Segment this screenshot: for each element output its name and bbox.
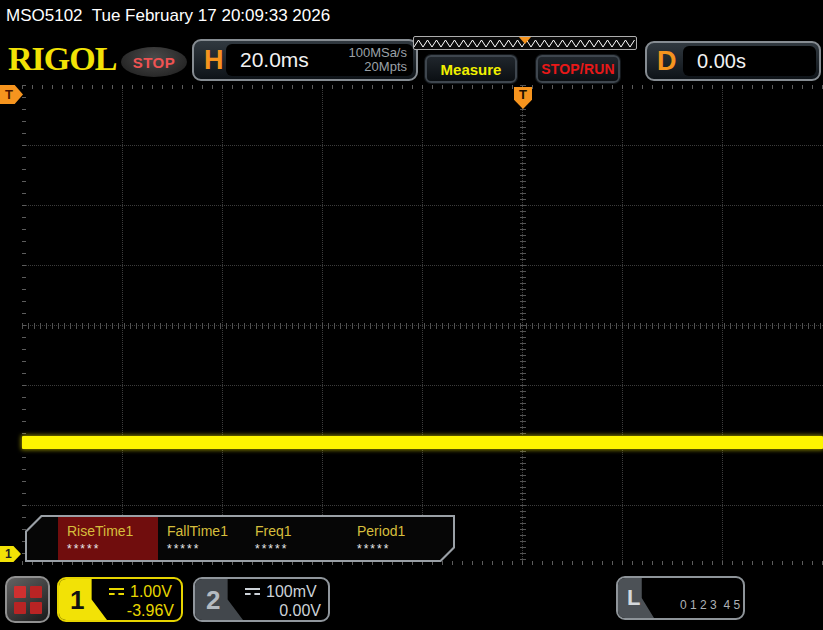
grid-row-line [22,205,823,206]
trigger-position-marker[interactable]: T [514,87,532,109]
ruler-top [22,85,823,89]
waveform-overview-strip[interactable] [413,36,637,50]
grid-squares-icon [14,586,42,614]
channel-menu-button[interactable] [5,576,50,623]
ch2-dc-coupling-icon [245,588,260,596]
ch1-ground-marker[interactable]: 1 [0,546,21,562]
measure-button-label: Measure [441,61,502,78]
measurement-panel-inner: RiseTime1 ***** FallTime1 ***** Freq1 **… [27,517,453,560]
ch1-dc-coupling-icon [109,588,124,596]
ch1-offset: -3.96V [109,601,174,620]
h-label: H [204,45,224,76]
rigol-logo: RIGOL [8,40,116,78]
horizontal-timebase-panel[interactable]: H 20.0ms 100MSa/s 20Mpts [192,39,418,81]
model-and-datetime: MSO5102 Tue February 17 20:09:33 2026 [6,6,330,26]
run-state-indicator[interactable]: STOP [121,47,187,77]
measurement-item-falltime[interactable]: FallTime1 ***** [158,517,246,560]
channel1-status[interactable]: 1 1.00V -3.96V [57,577,183,622]
sample-rate-memdepth: 100MSa/s 20Mpts [348,46,407,74]
d-label: D [657,46,677,77]
delay-value: 0.00s [697,50,746,73]
trigger-level-marker[interactable]: T [0,85,23,104]
center-horizontal-axis [22,323,823,329]
overview-trigger-position-icon[interactable] [519,37,531,44]
grid-row-line [22,265,823,266]
logic-channels-status[interactable]: L 0 1 2 3 4 5 6 7 8 9 1011 12131415 [616,576,745,620]
run-state-label: STOP [133,54,176,71]
measurement-item-period[interactable]: Period1 ***** [348,517,448,560]
channel2-status[interactable]: 2 100mV 0.00V [193,577,330,622]
measurement-panel: RiseTime1 ***** FallTime1 ***** Freq1 **… [25,515,455,562]
logic-label: L [627,585,640,611]
stop-run-button[interactable]: STOP/RUN [536,55,620,83]
ch2-scale: 100mV [266,582,317,601]
measure-button[interactable]: Measure [425,55,517,83]
channel1-number: 1 [70,584,84,615]
oscilloscope-screen: MSO5102 Tue February 17 20:09:33 2026 RI… [0,0,823,630]
status-bar: MSO5102 Tue February 17 20:09:33 2026 [0,0,823,33]
measurement-item-freq[interactable]: Freq1 ***** [246,517,348,560]
delay-field[interactable]: 0.00s [683,46,816,76]
sample-rate: 100MSa/s [348,45,407,60]
horizontal-delay-panel[interactable]: D 0.00s [645,41,821,81]
measurement-item-risetime[interactable]: RiseTime1 ***** [58,517,158,560]
logic-row1: 0 1 2 3 4 5 6 7 [680,598,745,612]
grid-row-line [22,145,823,146]
ch1-scale: 1.00V [130,582,172,601]
ch2-offset: 0.00V [245,601,321,620]
timebase-field[interactable]: 20.0ms 100MSa/s 20Mpts [226,44,413,76]
stop-run-button-label: STOP/RUN [541,61,615,77]
timebase-value: 20.0ms [240,48,309,72]
ch1-waveform-trace[interactable] [22,436,823,449]
graticule: T [22,85,823,565]
memory-depth: 20Mpts [364,59,407,74]
channel2-number: 2 [206,584,220,615]
